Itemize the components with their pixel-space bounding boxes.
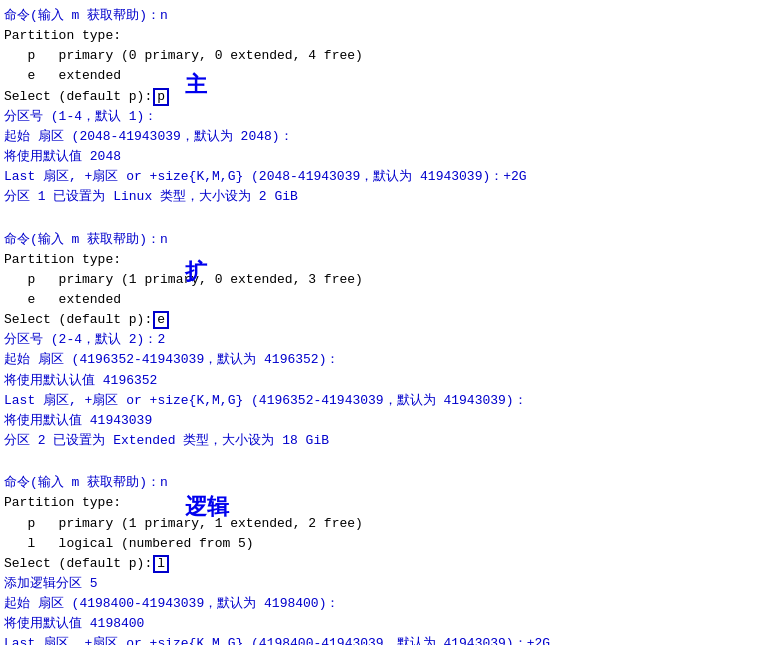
pt-extended-1: e extended [4, 66, 771, 86]
default-val-2b: 将使用默认值 41943039 [4, 411, 771, 431]
last-sector-1: Last 扇区, +扇区 or +size{K,M,G} (2048-41943… [4, 167, 771, 187]
terminal: 命令(输入 m 获取帮助)：n Partition type: p primar… [0, 0, 775, 645]
cmd-line-3: 命令(输入 m 获取帮助)：n [4, 473, 771, 493]
section-1: 命令(输入 m 获取帮助)：n Partition type: p primar… [4, 6, 771, 207]
start-sector-1: 起始 扇区 (2048-41943039，默认为 2048)： [4, 127, 771, 147]
blank-2 [4, 453, 771, 473]
default-val-3: 将使用默认值 4198400 [4, 614, 771, 634]
select-line-2: Select (default p):e扩 [4, 310, 771, 330]
partition-set-1: 分区 1 已设置为 Linux 类型，大小设为 2 GiB [4, 187, 771, 207]
input-l: l [153, 555, 169, 573]
section-3: 命令(输入 m 获取帮助)：n Partition type: p primar… [4, 473, 771, 645]
default-val-2a: 将使用默认认值 4196352 [4, 371, 771, 391]
pt-primary-3: p primary (1 primary, 1 extended, 2 free… [4, 514, 771, 534]
start-sector-2: 起始 扇区 (4196352-41943039，默认为 4196352)： [4, 350, 771, 370]
input-e: e [153, 311, 169, 329]
partition-set-2: 分区 2 已设置为 Extended 类型，大小设为 18 GiB [4, 431, 771, 451]
select-line-3: Select (default p):l逻辑 [4, 554, 771, 574]
partition-type-2: Partition type: [4, 250, 771, 270]
section-2: 命令(输入 m 获取帮助)：n Partition type: p primar… [4, 230, 771, 452]
last-sector-2: Last 扇区, +扇区 or +size{K,M,G} (4196352-41… [4, 391, 771, 411]
pt-primary-1: p primary (0 primary, 0 extended, 4 free… [4, 46, 771, 66]
partition-num-2: 分区号 (2-4，默认 2)：2 [4, 330, 771, 350]
cmd-line-1: 命令(输入 m 获取帮助)：n [4, 6, 771, 26]
partition-type-3: Partition type: [4, 493, 771, 513]
select-line-1: Select (default p):p主 [4, 87, 771, 107]
add-logical: 添加逻辑分区 5 [4, 574, 771, 594]
partition-num-1: 分区号 (1-4，默认 1)： [4, 107, 771, 127]
last-sector-3: Last 扇区, +扇区 or +size{K,M,G} (4198400-41… [4, 634, 771, 645]
pt-extended-2: e extended [4, 290, 771, 310]
partition-type-1: Partition type: [4, 26, 771, 46]
pt-primary-2: p primary (1 primary, 0 extended, 3 free… [4, 270, 771, 290]
default-val-1: 将使用默认值 2048 [4, 147, 771, 167]
blank-1 [4, 209, 771, 229]
start-sector-3: 起始 扇区 (4198400-41943039，默认为 4198400)： [4, 594, 771, 614]
input-p1: p [153, 88, 169, 106]
pt-logical-3: l logical (numbered from 5) [4, 534, 771, 554]
cmd-line-2: 命令(输入 m 获取帮助)：n [4, 230, 771, 250]
